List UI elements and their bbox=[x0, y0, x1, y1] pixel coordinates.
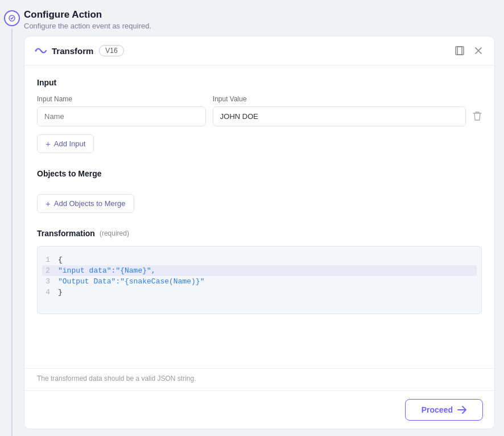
close-button[interactable] bbox=[473, 45, 484, 56]
line-content-3: "Output Data":"{snakeCase(Name)}" bbox=[58, 277, 477, 286]
line-num-1: 1 bbox=[42, 256, 58, 264]
line-num-4: 4 bbox=[42, 288, 58, 297]
card-body: Input Input Name Input Value bbox=[24, 65, 494, 368]
objects-section: Objects to Merge + Add Objects to Merge bbox=[37, 169, 482, 213]
input-row: Input Name Input Value bbox=[37, 95, 482, 126]
transform-icon bbox=[35, 46, 47, 56]
delete-input-button[interactable] bbox=[473, 111, 482, 121]
code-line-1: 1 { bbox=[42, 254, 477, 265]
card-title: Transform bbox=[52, 46, 93, 56]
main-content: Configure Action Configure the action ev… bbox=[24, 0, 504, 436]
add-input-plus-icon: + bbox=[46, 139, 51, 149]
card-header-actions bbox=[453, 44, 484, 57]
add-input-button[interactable]: + Add Input bbox=[37, 134, 94, 153]
proceed-label: Proceed bbox=[422, 405, 453, 414]
svg-rect-2 bbox=[456, 47, 464, 55]
page-subtitle: Configure the action event as required. bbox=[24, 22, 495, 30]
add-objects-plus-icon: + bbox=[46, 199, 51, 208]
step-icon bbox=[4, 10, 20, 26]
svg-point-1 bbox=[35, 50, 37, 52]
card: Transform V16 Input bbox=[24, 36, 495, 429]
line-content-1: { bbox=[58, 256, 477, 264]
objects-section-label: Objects to Merge bbox=[37, 169, 482, 178]
version-badge: V16 bbox=[99, 45, 123, 56]
input-section: Input Input Name Input Value bbox=[37, 78, 482, 153]
line-num-2: 2 bbox=[42, 266, 58, 275]
input-name-field[interactable] bbox=[37, 106, 206, 126]
transformation-section: Transformation (required) 1 { 2 "input d… bbox=[37, 229, 482, 314]
add-objects-button[interactable]: + Add Objects to Merge bbox=[37, 194, 134, 213]
input-name-label: Input Name bbox=[37, 95, 206, 103]
code-editor[interactable]: 1 { 2 "input data":"{Name}", 3 "Output D… bbox=[37, 246, 482, 314]
input-value-col: Input Value bbox=[213, 95, 466, 126]
input-value-field[interactable] bbox=[213, 106, 466, 126]
card-footer: Proceed bbox=[24, 390, 494, 429]
expand-button[interactable] bbox=[453, 44, 466, 57]
code-line-3: 3 "Output Data":"{snakeCase(Name)}" bbox=[42, 276, 477, 287]
line-num-3: 3 bbox=[42, 277, 58, 286]
proceed-button[interactable]: Proceed bbox=[405, 399, 483, 421]
page-header: Configure Action Configure the action ev… bbox=[24, 7, 495, 36]
transformation-section-label: Transformation (required) bbox=[37, 229, 482, 238]
code-line-4: 4 } bbox=[42, 287, 477, 298]
line-content-2: "input data":"{Name}", bbox=[58, 266, 477, 275]
page-title: Configure Action bbox=[24, 9, 495, 20]
footer-note: The transformed data should be a valid J… bbox=[24, 368, 494, 390]
input-value-label: Input Value bbox=[213, 95, 466, 103]
input-section-label: Input bbox=[37, 78, 482, 87]
input-name-col: Input Name bbox=[37, 95, 206, 126]
line-content-4: } bbox=[58, 288, 477, 297]
required-tag: (required) bbox=[100, 229, 129, 237]
sidebar bbox=[0, 0, 24, 436]
svg-rect-3 bbox=[457, 47, 462, 55]
add-objects-label: Add Objects to Merge bbox=[54, 199, 126, 208]
add-input-label: Add Input bbox=[54, 139, 86, 148]
sidebar-line bbox=[11, 28, 13, 436]
card-header: Transform V16 bbox=[24, 36, 494, 65]
code-line-2: 2 "input data":"{Name}", bbox=[42, 265, 477, 276]
